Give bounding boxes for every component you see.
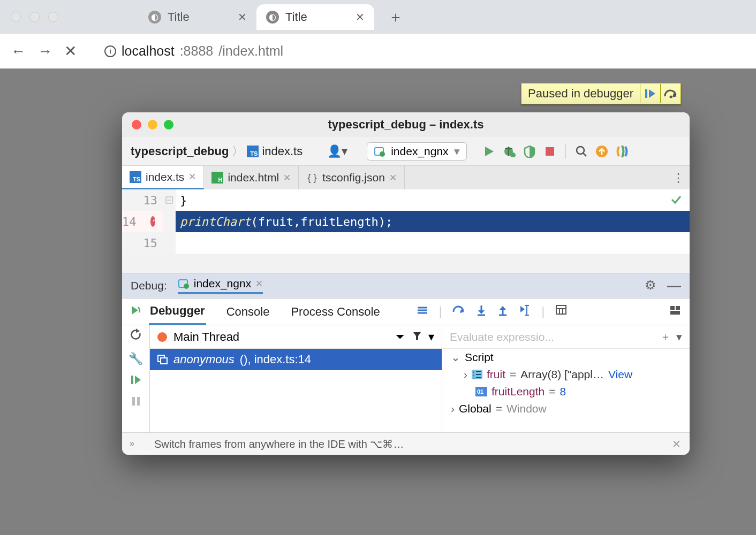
run-config-selector[interactable]: index_ngnx ▾ — [367, 142, 466, 160]
close-icon[interactable]: ✕ — [255, 278, 263, 289]
scope-label: Global — [459, 402, 492, 415]
resume-button[interactable] — [640, 84, 660, 103]
close-icon[interactable]: ✕ — [389, 172, 397, 184]
debug-tip-bar: » Switch frames from anywhere in the IDE… — [122, 432, 690, 455]
browser-tab-bar: ◐ Title ✕ ◐ Title ✕ ＋ — [0, 0, 756, 34]
dropdown-icon[interactable]: ▾ — [428, 330, 434, 344]
thread-selector[interactable]: Main Thread ⏷ ▾ — [150, 325, 442, 349]
browser-tab-2[interactable]: ◐ Title ✕ — [256, 4, 374, 30]
funnel-icon[interactable] — [412, 330, 422, 344]
add-watch-icon[interactable]: ＋ — [660, 330, 671, 344]
view-link[interactable]: View — [608, 368, 632, 381]
breakpoint-icon[interactable] — [150, 216, 155, 227]
ide-minimize-button[interactable] — [148, 120, 157, 129]
ide-window-controls — [132, 120, 173, 129]
stop-button[interactable]: ✕ — [64, 42, 77, 60]
resume-icon[interactable] — [130, 374, 142, 387]
debugger-tab[interactable]: Debugger — [149, 299, 206, 325]
wrench-icon[interactable]: 🔧 — [128, 352, 143, 366]
more-icon[interactable]: » — [130, 439, 134, 448]
var-fruitlength[interactable]: 01 fruitLength = 8 — [442, 383, 690, 400]
svg-rect-34 — [132, 397, 135, 406]
show-execution-point-icon[interactable] — [417, 304, 428, 319]
filter-icon[interactable]: ⏷ — [395, 331, 406, 343]
settings-icon[interactable]: ⚙ — [645, 278, 656, 294]
process-console-tab[interactable]: Process Console — [290, 300, 381, 324]
tab-close-icon[interactable]: ✕ — [238, 11, 247, 24]
ide-logo-icon[interactable] — [614, 143, 630, 159]
step-into-icon[interactable] — [476, 304, 487, 319]
code-line-current: printChart(fruit,fruitLength); — [176, 211, 690, 232]
frame-function: anonymous — [173, 353, 235, 366]
svg-rect-37 — [161, 358, 167, 364]
stop-button[interactable] — [542, 143, 558, 159]
stack-frame[interactable]: anonymous(), index.ts:14 — [150, 349, 442, 370]
step-over-icon[interactable] — [452, 304, 465, 319]
debug-button[interactable] — [501, 143, 517, 159]
browser-tab-1[interactable]: ◐ Title ✕ — [139, 4, 256, 30]
close-icon[interactable]: ✕ — [283, 172, 291, 184]
step-out-icon[interactable] — [497, 304, 508, 319]
var-name: fruit — [487, 368, 505, 381]
breadcrumb[interactable]: typescript_debug 〉 TSindex.ts — [131, 143, 303, 159]
editor-tab-index-ts[interactable]: TS index.ts ✕ — [122, 166, 204, 189]
editor-tab-tsconfig[interactable]: { } tsconfig.json ✕ — [299, 166, 405, 189]
more-icon[interactable]: ⋮ — [672, 171, 684, 185]
window-controls — [11, 12, 58, 22]
ide-close-button[interactable] — [132, 120, 141, 129]
ide-maximize-button[interactable] — [164, 120, 173, 129]
run-to-cursor-icon[interactable] — [519, 304, 531, 319]
minimize-panel-icon[interactable]: — — [667, 278, 681, 294]
frame-location: (), index.ts:14 — [240, 353, 311, 366]
expand-icon[interactable]: › — [451, 402, 455, 415]
window-close[interactable] — [11, 12, 21, 22]
update-button[interactable] — [594, 143, 610, 159]
layout-icon[interactable] — [669, 305, 681, 319]
expand-icon[interactable]: › — [464, 368, 467, 381]
array-icon: 123 — [472, 370, 482, 379]
var-value: 8 — [560, 385, 566, 398]
var-scope-script[interactable]: ⌄ Script — [442, 349, 690, 366]
variables-panel: Evaluate expressio... ＋ ▾ ⌄ Script › 123… — [442, 325, 690, 432]
collapse-icon[interactable]: ⌄ — [451, 351, 460, 364]
thread-name: Main Thread — [173, 330, 239, 344]
window-maximize[interactable] — [48, 12, 58, 22]
debug-session-tab[interactable]: index_ngnx ✕ — [178, 277, 263, 294]
url-input[interactable]: i localhost:8888/index.html — [104, 43, 283, 59]
user-icon[interactable]: 👤▾ — [327, 144, 347, 158]
scope-label: Script — [465, 351, 494, 364]
tab-title: Title — [168, 10, 190, 24]
tab-close-icon[interactable]: ✕ — [356, 11, 365, 24]
coverage-button[interactable] — [521, 143, 538, 159]
rerun-button[interactable] — [128, 304, 141, 320]
code-editor[interactable]: 13 } 14 printChart(fruit,fruitLength); 1… — [122, 189, 690, 254]
svg-point-1 — [669, 96, 672, 98]
line-number: 13 — [122, 189, 163, 211]
step-over-button[interactable] — [660, 84, 681, 103]
debug-panel-header: Debug: index_ngnx ✕ ⚙ — — [122, 273, 690, 299]
frame-icon — [157, 355, 168, 364]
console-tab[interactable]: Console — [225, 300, 271, 324]
var-scope-global[interactable]: › Global = Window — [442, 400, 690, 417]
evaluate-expression-icon[interactable] — [555, 304, 567, 319]
back-button[interactable]: ← — [11, 43, 26, 60]
close-icon[interactable]: ✕ — [672, 438, 681, 450]
var-fruit[interactable]: › 123 fruit = Array(8) ["appl… View — [442, 366, 690, 383]
forward-button[interactable]: → — [37, 43, 52, 60]
inspection-ok-icon[interactable] — [670, 194, 682, 208]
fold-icon[interactable] — [163, 189, 176, 211]
close-icon[interactable]: ✕ — [188, 171, 196, 182]
new-tab-button[interactable]: ＋ — [385, 6, 406, 28]
search-button[interactable] — [573, 143, 589, 159]
svg-point-15 — [184, 284, 189, 289]
restart-icon[interactable] — [130, 328, 142, 343]
svg-rect-30 — [670, 306, 675, 310]
evaluate-input[interactable]: Evaluate expressio... — [450, 331, 554, 343]
window-minimize[interactable] — [29, 12, 40, 22]
separator — [565, 144, 566, 159]
site-info-icon[interactable]: i — [104, 45, 116, 57]
dropdown-icon[interactable]: ▾ — [676, 331, 682, 343]
run-button[interactable] — [481, 143, 497, 159]
pause-icon[interactable] — [131, 396, 141, 409]
editor-tab-index-html[interactable]: H index.html ✕ — [204, 166, 299, 189]
